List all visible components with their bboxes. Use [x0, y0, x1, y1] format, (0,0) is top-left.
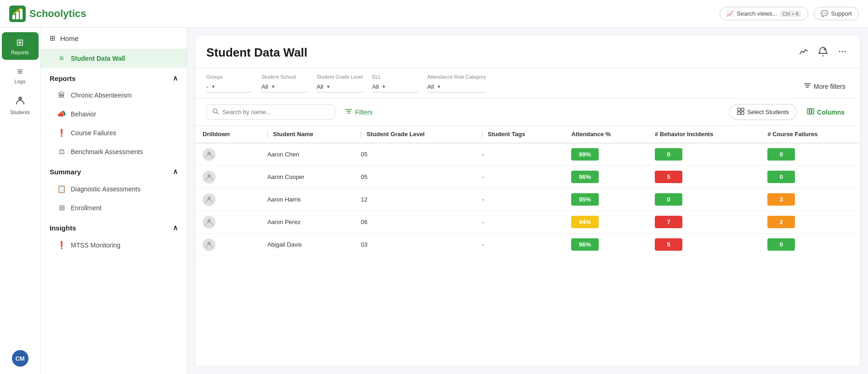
nav-item-chronic-absenteeism[interactable]: 🏛 Chronic Absenteeism [40, 86, 187, 104]
analytics-icon[interactable] [797, 45, 811, 61]
svg-rect-23 [807, 109, 809, 114]
behavior-value: 7 [655, 216, 682, 228]
attendance-value: 95% [571, 193, 599, 206]
cell-course-failures: 0 [760, 233, 860, 256]
sidebar-item-reports[interactable]: ⊞ Reports [2, 32, 39, 60]
user-avatar[interactable]: CM [12, 350, 28, 367]
chevron-up-icon: ∧ [173, 74, 178, 82]
nav-section-summary[interactable]: Summary ∧ [40, 161, 187, 179]
svg-point-9 [842, 51, 843, 52]
sidebar-item-logs[interactable]: ≡ Logs [2, 62, 39, 89]
nav-item-behavior[interactable]: 📣 Behavior [40, 104, 187, 123]
mtss-monitoring-icon: ❗ [57, 241, 66, 249]
svg-point-4 [18, 97, 22, 100]
col-attendance: Attendance % [564, 126, 647, 143]
search-views-label: Search views... [737, 10, 777, 17]
cell-attendance: 94% [564, 211, 647, 233]
cell-behavior: 5 [647, 233, 760, 256]
cell-student-tags: - [475, 233, 564, 256]
sidebar-item-students[interactable]: Students [2, 91, 39, 120]
cell-student-name: Aaron Cooper [260, 166, 354, 188]
svg-rect-22 [741, 112, 744, 115]
cell-student-name: Abigail Davis [260, 233, 354, 256]
svg-rect-24 [810, 109, 811, 114]
columns-label: Columns [817, 109, 845, 116]
support-button[interactable]: 💬 Support [814, 7, 859, 20]
course-failures-icon: ❗ [57, 128, 66, 137]
cell-drilldown[interactable] [195, 211, 260, 233]
cell-behavior: 0 [647, 143, 760, 166]
filter-attendance-risk-select[interactable]: All ▼ [427, 81, 486, 92]
course-failures-value: 0 [767, 238, 795, 251]
header-right: 📈 Search views... Ctrl + K 💬 Support [720, 7, 859, 20]
nav-course-failures-label: Course Failures [71, 129, 116, 137]
svg-rect-19 [738, 108, 740, 111]
attendance-value: 96% [571, 171, 599, 183]
nav-home-label: Home [60, 35, 79, 42]
filter-ell-select[interactable]: All ▼ [372, 81, 418, 92]
cell-student-name: Aaron Chen [260, 143, 354, 166]
cell-drilldown[interactable] [195, 188, 260, 211]
col-student-name: Student Name [260, 126, 354, 143]
filters-row: Groups - ▼ Student School All ▼ Student … [195, 69, 860, 98]
student-school-chevron-icon: ▼ [271, 84, 275, 89]
search-views-button[interactable]: 📈 Search views... Ctrl + K [720, 7, 808, 20]
cell-drilldown[interactable] [195, 166, 260, 188]
search-box[interactable] [206, 104, 335, 120]
cell-behavior: 0 [647, 188, 760, 211]
filter-ell-label: ELL [372, 74, 418, 80]
attendance-value: 94% [571, 216, 599, 228]
filter-attendance-risk-value: All [427, 83, 434, 90]
support-label: Support [831, 10, 852, 17]
cell-student-tags: - [475, 188, 564, 211]
nav-item-student-data-wall[interactable]: ≡ Student Data Wall [40, 49, 187, 68]
filters-button[interactable]: Filters [340, 105, 377, 119]
col-behavior-incidents: # Behavior Incidents [647, 126, 760, 143]
table-row: Aaron Cooper05-96%50 [195, 166, 860, 188]
filter-lines-icon [804, 82, 811, 91]
table-row: Aaron Chen05-99%00 [195, 143, 860, 166]
filter-groups-select[interactable]: - ▼ [206, 81, 252, 92]
more-options-icon[interactable] [835, 45, 849, 61]
nav-item-enrollment[interactable]: ⊞ Enrollment [40, 198, 187, 217]
svg-rect-2 [16, 12, 19, 19]
filter-groups-label: Groups [206, 74, 252, 80]
notification-add-icon[interactable] [816, 45, 830, 61]
top-header: Schoolytics 📈 Search views... Ctrl + K 💬… [0, 0, 868, 28]
filter-groups-value: - [206, 83, 208, 90]
behavior-value: 5 [655, 171, 682, 183]
student-avatar [203, 238, 216, 251]
more-filters-button[interactable]: More filters [800, 80, 849, 92]
data-table: Drilldown Student Name Student Grade Lev… [195, 126, 860, 256]
enrollment-icon: ⊞ [57, 203, 66, 212]
chronic-absenteeism-icon: 🏛 [57, 91, 66, 99]
cell-grade-level: 05 [353, 166, 475, 188]
columns-icon [807, 108, 814, 116]
cell-drilldown[interactable] [195, 143, 260, 166]
behavior-icon: 📣 [57, 109, 66, 118]
nav-item-benchmark-assessments[interactable]: ⚖ Benchmark Assessments [40, 142, 187, 161]
filter-student-school: Student School All ▼ [261, 74, 307, 92]
nav-item-diagnostic-assessments[interactable]: 📋 Diagnostic Assessments [40, 179, 187, 198]
cell-student-tags: - [475, 143, 564, 166]
nav-section-insights[interactable]: Insights ∧ [40, 217, 187, 236]
behavior-value: 5 [655, 238, 682, 251]
nav-item-course-failures[interactable]: ❗ Course Failures [40, 123, 187, 142]
search-input[interactable] [222, 109, 329, 115]
cell-drilldown[interactable] [195, 233, 260, 256]
page-header-icons [797, 45, 849, 61]
filter-grade-level-select[interactable]: All ▼ [317, 81, 363, 92]
select-students-button[interactable]: Select Students [729, 104, 797, 120]
benchmark-assessments-icon: ⚖ [57, 147, 66, 156]
nav-item-mtss-monitoring[interactable]: ❗ MTSS Monitoring [40, 236, 187, 254]
select-students-label: Select Students [747, 109, 789, 115]
nav-home[interactable]: ⊞ Home [40, 28, 187, 49]
more-filters-label: More filters [814, 83, 845, 90]
filter-student-school-select[interactable]: All ▼ [261, 81, 307, 92]
sidebar-reports-label: Reports [11, 50, 29, 55]
columns-button[interactable]: Columns [802, 105, 849, 119]
nav-section-reports-label: Reports [50, 75, 76, 82]
page-title: Student Data Wall [206, 46, 307, 60]
nav-section-reports[interactable]: Reports ∧ [40, 68, 187, 86]
cell-course-failures: 0 [760, 166, 860, 188]
